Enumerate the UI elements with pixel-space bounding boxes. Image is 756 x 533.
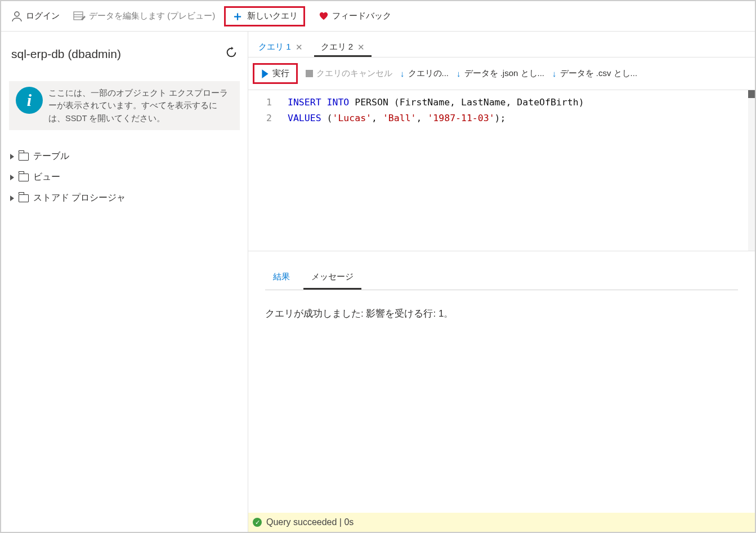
- tree-node-tables[interactable]: テーブル: [10, 146, 239, 167]
- save-query-button[interactable]: ↓ クエリの...: [400, 68, 449, 79]
- export-json-button[interactable]: ↓ データを .json とし...: [457, 68, 544, 79]
- db-title: sql-erp-db (dbadmin): [11, 47, 121, 61]
- app-frame: ログイン データを編集します (プレビュー) ＋ 新しいクエリ フィードバック …: [0, 0, 756, 533]
- info-icon: i: [16, 87, 43, 114]
- results-pane: 結果 メッセージ クエリが成功しました: 影響を受ける行: 1。 ✓ Query…: [248, 251, 755, 532]
- folder-icon: [19, 174, 29, 181]
- play-icon: [261, 69, 269, 79]
- edit-data-label: データを編集します (プレビュー): [89, 11, 215, 21]
- caret-icon: [10, 154, 14, 159]
- svg-rect-1: [74, 12, 83, 20]
- result-tabs-wrap: 結果 メッセージ: [248, 251, 755, 290]
- login-label: ログイン: [26, 11, 60, 21]
- tab-label: クエリ 2: [321, 42, 354, 52]
- sql-editor[interactable]: 1 INSERT INTO PERSON (FirstName, LastNam…: [248, 90, 755, 251]
- tab-query-2[interactable]: クエリ 2 ✕: [314, 36, 372, 57]
- export-csv-button[interactable]: ↓ データを .csv とし...: [552, 68, 637, 79]
- feedback-button[interactable]: フィードバック: [314, 8, 396, 24]
- editor-scrollbar[interactable]: [748, 90, 755, 251]
- success-icon: ✓: [253, 518, 262, 527]
- folder-icon: [19, 153, 29, 161]
- tab-label: クエリ 1: [258, 42, 291, 52]
- caret-icon: [10, 196, 14, 201]
- run-label: 実行: [272, 68, 289, 79]
- feedback-label: フィードバック: [332, 11, 391, 21]
- run-button[interactable]: 実行: [253, 63, 298, 84]
- heart-icon: [319, 11, 329, 21]
- download-icon: ↓: [552, 69, 557, 78]
- new-query-label: 新しいクエリ: [247, 11, 298, 21]
- info-text: ここには、一部のオブジェクト エクスプローラーが表示されています。すべてを表示す…: [48, 87, 233, 125]
- top-toolbar: ログイン データを編集します (プレビュー) ＋ 新しいクエリ フィードバック: [1, 1, 755, 32]
- folder-icon: [19, 194, 29, 202]
- tree-label-views: ビュー: [33, 171, 60, 183]
- query-tabs: クエリ 1 ✕ クエリ 2 ✕: [248, 32, 755, 57]
- login-button[interactable]: ログイン: [7, 8, 64, 24]
- tree-label-tables: テーブル: [33, 150, 69, 162]
- download-icon: ↓: [457, 69, 461, 78]
- sidebar: sql-erp-db (dbadmin) i ここには、一部のオブジェクト エク…: [1, 32, 248, 532]
- scrollbar-thumb[interactable]: [748, 90, 755, 98]
- caret-icon: [10, 175, 14, 180]
- line-number: 2: [248, 110, 282, 126]
- body-area: sql-erp-db (dbadmin) i ここには、一部のオブジェクト エク…: [1, 32, 755, 532]
- info-banner: i ここには、一部のオブジェクト エクスプローラーが表示されています。すべてを表…: [9, 81, 240, 130]
- stop-icon: [306, 70, 313, 77]
- tree-node-views[interactable]: ビュー: [10, 167, 239, 188]
- message-output: クエリが成功しました: 影響を受ける行: 1。: [248, 290, 755, 513]
- tree-node-procs[interactable]: ストアド プロシージャ: [10, 188, 239, 208]
- person-icon: [11, 11, 23, 22]
- status-text: Query succeeded | 0s: [266, 517, 354, 527]
- refresh-icon: [225, 46, 238, 59]
- sidebar-header: sql-erp-db (dbadmin): [1, 32, 248, 68]
- cancel-query-button[interactable]: クエリのキャンセル: [306, 68, 392, 79]
- export-csv-label: データを .csv とし...: [560, 68, 638, 79]
- main-pane: クエリ 1 ✕ クエリ 2 ✕ 実行 クエリのキャンセル ↓: [248, 32, 755, 532]
- table-edit-icon: [73, 11, 86, 21]
- tree-label-procs: ストアド プロシージャ: [33, 192, 126, 204]
- code-line-2[interactable]: VALUES ('Lucas', 'Ball', '1987-11-03');: [282, 110, 506, 126]
- tab-messages[interactable]: メッセージ: [303, 266, 361, 290]
- svg-point-0: [15, 12, 19, 16]
- line-number: 1: [248, 95, 282, 110]
- close-icon[interactable]: ✕: [357, 42, 365, 52]
- status-bar: ✓ Query succeeded | 0s: [248, 513, 755, 532]
- tab-results[interactable]: 結果: [265, 266, 298, 290]
- code-line-1[interactable]: INSERT INTO PERSON (FirstName, LastName,…: [282, 95, 584, 110]
- query-toolbar: 実行 クエリのキャンセル ↓ クエリの... ↓ データを .json とし..…: [248, 57, 755, 90]
- close-icon[interactable]: ✕: [296, 42, 303, 52]
- plus-icon: ＋: [231, 10, 244, 23]
- object-tree: テーブル ビュー ストアド プロシージャ: [1, 140, 248, 214]
- refresh-button[interactable]: [225, 46, 238, 62]
- tab-query-1[interactable]: クエリ 1 ✕: [252, 36, 310, 57]
- download-icon: ↓: [400, 69, 405, 78]
- cancel-label: クエリのキャンセル: [316, 68, 392, 79]
- save-query-label: クエリの...: [408, 68, 449, 79]
- edit-data-button[interactable]: データを編集します (プレビュー): [69, 8, 220, 24]
- export-json-label: データを .json とし...: [464, 68, 545, 79]
- new-query-button[interactable]: ＋ 新しいクエリ: [224, 6, 305, 26]
